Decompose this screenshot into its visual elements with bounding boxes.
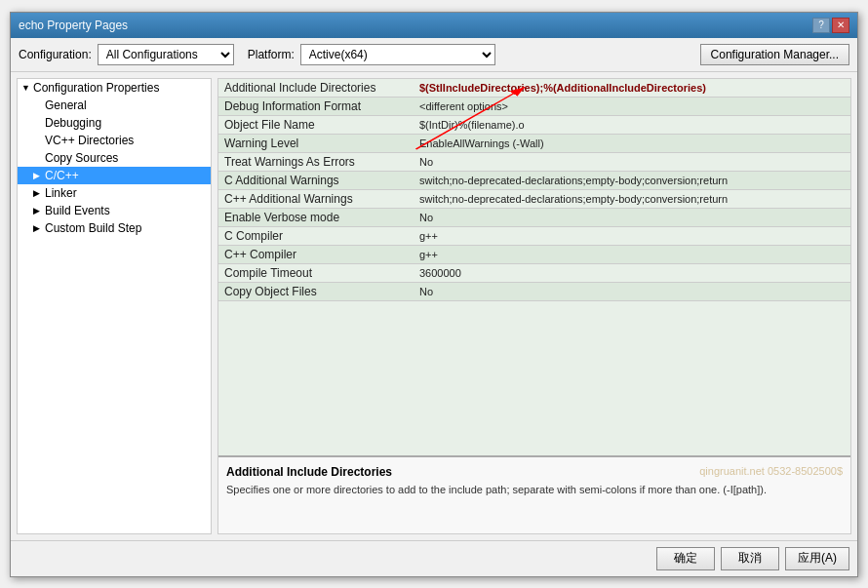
table-row[interactable]: Copy Object FilesNo	[218, 282, 850, 300]
table-row[interactable]: Additional Include Directories$(StlInclu…	[218, 79, 850, 98]
confirm-button[interactable]: 确定	[656, 547, 715, 570]
property-name: Warning Level	[218, 134, 414, 152]
table-row[interactable]: C++ Additional Warningsswitch;no-depreca…	[218, 189, 850, 208]
property-name: Compile Timeout	[218, 263, 414, 282]
table-row[interactable]: Treat Warnings As ErrorsNo	[218, 152, 850, 171]
property-value: $(IntDir)%(filename).o	[414, 115, 850, 134]
sidebar-item-custom-build-step[interactable]: ▶ Custom Build Step	[18, 219, 211, 237]
platform-label: Platform:	[248, 48, 295, 61]
right-panel: Additional Include Directories$(StlInclu…	[217, 78, 851, 534]
expand-icon: ▶	[33, 206, 43, 216]
configuration-select[interactable]: All Configurations	[98, 44, 234, 65]
sidebar-item-vc-directories[interactable]: VC++ Directories	[18, 132, 211, 149]
property-value: g++	[414, 245, 850, 263]
property-value: <different options>	[414, 97, 850, 115]
properties-grid: Additional Include Directories$(StlInclu…	[218, 79, 850, 301]
table-row[interactable]: Warning LevelEnableAllWarnings (-Wall)	[218, 134, 850, 152]
cancel-button[interactable]: 取消	[721, 547, 779, 570]
help-button[interactable]: ?	[812, 18, 830, 33]
table-row[interactable]: C Compilerg++	[218, 226, 850, 245]
table-row[interactable]: Debug Information Format<different optio…	[218, 97, 850, 115]
table-row[interactable]: Compile Timeout3600000	[218, 263, 850, 282]
property-name: Additional Include Directories	[218, 79, 414, 98]
property-name: C++ Compiler	[218, 245, 414, 263]
title-bar-buttons: ? ✕	[812, 18, 849, 33]
property-value: $(StlIncludeDirectories);%(AdditionalInc…	[414, 79, 850, 98]
property-pages-window: echo Property Pages ? ✕ Configuration: A…	[10, 12, 858, 577]
property-name: C Compiler	[218, 226, 414, 245]
expand-icon: ▼	[21, 83, 31, 93]
property-value: switch;no-deprecated-declarations;empty-…	[414, 189, 850, 208]
property-name: Object File Name	[218, 115, 414, 134]
sidebar: ▼ Configuration Properties General Debug…	[17, 78, 212, 534]
property-name: C++ Additional Warnings	[218, 189, 414, 208]
sidebar-item-cpp[interactable]: ▶ C/C++	[18, 167, 211, 184]
property-value: 3600000	[414, 263, 850, 282]
property-name: Treat Warnings As Errors	[218, 152, 414, 171]
table-row[interactable]: C++ Compilerg++	[218, 245, 850, 263]
sidebar-item-linker[interactable]: ▶ Linker	[18, 184, 211, 202]
config-label: Configuration:	[19, 48, 92, 61]
sidebar-item-copy-sources[interactable]: Copy Sources	[18, 149, 211, 167]
close-button[interactable]: ✕	[832, 18, 849, 33]
info-description: Specifies one or more directories to add…	[226, 483, 843, 497]
apply-button[interactable]: 应用(A)	[785, 547, 849, 570]
sidebar-item-build-events[interactable]: ▶ Build Events	[18, 202, 211, 219]
property-value: g++	[414, 226, 850, 245]
watermark: qingruanit.net 0532-8502500$	[699, 465, 843, 477]
property-value: EnableAllWarnings (-Wall)	[414, 134, 850, 152]
table-row[interactable]: C Additional Warningsswitch;no-deprecate…	[218, 171, 850, 189]
table-row[interactable]: Enable Verbose modeNo	[218, 208, 850, 226]
platform-select[interactable]: Active(x64)	[300, 44, 495, 65]
property-value: No	[414, 282, 850, 300]
property-name: Enable Verbose mode	[218, 208, 414, 226]
window-title: echo Property Pages	[19, 19, 128, 32]
property-name: Copy Object Files	[218, 282, 414, 300]
property-value: No	[414, 152, 850, 171]
footer: 确定 取消 应用(A)	[11, 540, 857, 576]
sidebar-item-debugging[interactable]: Debugging	[18, 114, 211, 132]
property-value: switch;no-deprecated-declarations;empty-…	[414, 171, 850, 189]
config-bar: Configuration: All Configurations Platfo…	[11, 38, 857, 72]
table-row[interactable]: Object File Name$(IntDir)%(filename).o	[218, 115, 850, 134]
property-value: No	[414, 208, 850, 226]
sidebar-item-config-properties[interactable]: ▼ Configuration Properties	[18, 79, 211, 97]
sidebar-item-general[interactable]: General	[18, 97, 211, 114]
expand-icon: ▶	[33, 223, 43, 233]
property-name: C Additional Warnings	[218, 171, 414, 189]
info-panel: Additional Include Directories Specifies…	[218, 455, 850, 533]
expand-icon: ▶	[33, 188, 43, 198]
config-manager-button[interactable]: Configuration Manager...	[700, 44, 849, 65]
main-content: ▼ Configuration Properties General Debug…	[11, 72, 857, 540]
title-bar: echo Property Pages ? ✕	[11, 13, 857, 38]
properties-table: Additional Include Directories$(StlInclu…	[218, 79, 850, 455]
property-name: Debug Information Format	[218, 97, 414, 115]
expand-icon: ▶	[33, 171, 43, 180]
